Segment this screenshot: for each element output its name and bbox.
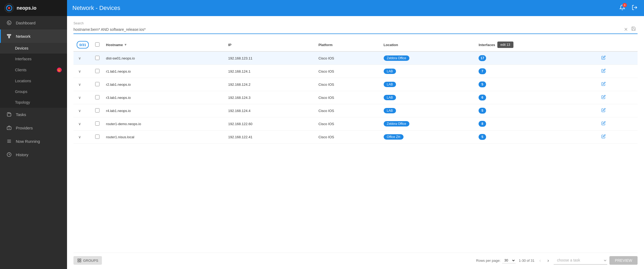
ip-value: 192.168.124.3 — [228, 96, 250, 100]
platform-value: Cisco IOS — [319, 135, 334, 139]
search-save-button[interactable] — [630, 26, 638, 32]
sidebar-item-dashboard[interactable]: Dashboard — [0, 16, 67, 29]
row-checkbox[interactable] — [95, 134, 99, 139]
location-cell: LAB — [380, 65, 476, 78]
sidebar-subitem-topology[interactable]: Topology — [0, 97, 67, 108]
expand-cell: ∨ — [73, 91, 92, 104]
checkbox-cell — [92, 65, 103, 78]
select-all-checkbox[interactable] — [95, 42, 99, 47]
expand-cell: ∨ — [73, 104, 92, 117]
row-checkbox[interactable] — [95, 95, 99, 99]
selection-count-badge[interactable]: 0/31 — [77, 41, 89, 48]
row-expand-button[interactable]: ∨ — [77, 134, 83, 140]
search-label: Search — [73, 21, 638, 25]
search-clear-button[interactable]: ✕ — [622, 27, 630, 32]
sidebar-item-now-running[interactable]: Now Running — [0, 134, 67, 148]
prev-page-button[interactable]: ‹ — [538, 257, 542, 264]
sidebar-subitem-groups[interactable]: Groups — [0, 86, 67, 97]
row-checkbox[interactable] — [95, 56, 99, 60]
row-edit-button[interactable] — [600, 68, 607, 74]
row-edit-button[interactable] — [600, 121, 607, 127]
row-edit-button[interactable] — [600, 94, 607, 101]
row-checkbox[interactable] — [95, 108, 99, 113]
svg-rect-4 — [7, 34, 8, 35]
search-row: ✕ — [73, 26, 638, 34]
row-expand-button[interactable]: ∨ — [77, 108, 83, 113]
row-edit-button[interactable] — [600, 107, 607, 114]
th-expand: 0/31 — [73, 38, 92, 51]
row-checkbox[interactable] — [95, 121, 99, 126]
th-ip[interactable]: IP — [225, 38, 315, 51]
sidebar-subitem-label-devices: Devices — [15, 46, 28, 50]
row-expand-button[interactable]: ∨ — [77, 69, 83, 74]
expand-cell: ∨ — [73, 130, 92, 144]
platform-cell: Cisco IOS — [315, 130, 380, 144]
th-hostname[interactable]: Hostname ▼ — [103, 38, 225, 51]
interfaces-cell: 5 — [475, 104, 597, 117]
hostname-value: dist-sw01.neops.io — [106, 56, 135, 60]
sidebar-item-history[interactable]: History — [0, 148, 67, 161]
groups-button[interactable]: GROUPS — [73, 256, 102, 265]
hostname-value: r1.lab1.neops.io — [106, 69, 131, 73]
th-interfaces-label: Interfaces — [479, 43, 495, 47]
dashboard-icon — [6, 20, 12, 26]
platform-cell: Cisco IOS — [315, 51, 380, 65]
row-expand-button[interactable]: ∨ — [77, 55, 83, 61]
neops-logo-icon — [4, 3, 14, 13]
row-expand-button[interactable]: ∨ — [77, 82, 83, 87]
sidebar-subitem-locations[interactable]: Locations — [0, 76, 67, 86]
logout-button[interactable] — [631, 3, 639, 13]
svg-rect-6 — [10, 34, 11, 35]
action-cell — [597, 51, 638, 65]
history-icon — [6, 152, 12, 158]
ip-value: 192.168.123.11 — [228, 56, 252, 60]
platform-cell: Cisco IOS — [315, 117, 380, 130]
platform-value: Cisco IOS — [319, 83, 334, 87]
topbar: Network - Devices 0 — [67, 0, 644, 16]
sidebar-subitem-clients[interactable]: Clients 🎁 — [0, 64, 67, 76]
table-container: 0/31 Hostname ▼ IP — [73, 38, 638, 253]
th-interfaces[interactable]: Interfaces edit 13 — [475, 38, 597, 51]
sidebar-item-providers[interactable]: Providers — [0, 121, 67, 134]
row-checkbox[interactable] — [95, 82, 99, 86]
row-expand-button[interactable]: ∨ — [77, 95, 83, 100]
sidebar-item-label-dashboard: Dashboard — [16, 21, 35, 25]
checkbox-cell — [92, 104, 103, 117]
th-platform[interactable]: Platform — [315, 38, 380, 51]
platform-value: Cisco IOS — [319, 69, 334, 73]
checkbox-cell — [92, 117, 103, 130]
row-edit-button[interactable] — [600, 55, 607, 61]
th-ip-label: IP — [228, 43, 231, 47]
platform-value: Cisco IOS — [319, 109, 334, 113]
search-input[interactable] — [73, 27, 622, 32]
table-row: ∨ router1.nisus.local 192.168.122.41 Cis… — [73, 130, 638, 144]
sidebar-subitem-devices[interactable]: Devices — [0, 43, 67, 54]
sidebar-item-network[interactable]: Network — [0, 29, 67, 43]
edit-count-button[interactable]: edit 13 — [497, 42, 513, 48]
location-cell: Zebbra Office — [380, 117, 476, 130]
row-expand-button[interactable]: ∨ — [77, 121, 83, 126]
footer-right: Rows per page: 30 50 100 1-30 of 31 ‹ › … — [476, 256, 638, 265]
task-select[interactable]: choose a task Task 1 Task 2 — [554, 256, 607, 265]
table-row: ∨ r1.lab1.neops.io 192.168.124.1 Cisco I… — [73, 65, 638, 78]
providers-icon — [6, 125, 12, 131]
interfaces-cell: 7 — [475, 65, 597, 78]
rows-per-page-select[interactable]: 30 50 100 — [502, 257, 516, 263]
svg-rect-19 — [78, 259, 79, 260]
location-cell: LAB — [380, 104, 476, 117]
row-edit-button[interactable] — [600, 134, 607, 140]
next-page-button[interactable]: › — [546, 257, 550, 264]
sidebar-subitem-label-groups: Groups — [15, 89, 27, 94]
preview-button[interactable]: PREVIEW — [609, 256, 638, 265]
hostname-cell: router1-demo.neops.io — [103, 117, 225, 130]
row-checkbox[interactable] — [95, 69, 99, 73]
th-location[interactable]: Location — [380, 38, 476, 51]
hostname-value: r3.lab1.neops.io — [106, 96, 131, 100]
interfaces-count-badge: 5 — [479, 81, 486, 87]
notifications-button[interactable]: 0 — [618, 3, 626, 13]
sidebar-item-tasks[interactable]: Tasks — [0, 108, 67, 121]
footer-left: GROUPS — [73, 256, 102, 265]
ip-cell: 192.168.124.3 — [225, 91, 315, 104]
row-edit-button[interactable] — [600, 81, 607, 88]
sidebar-subitem-interfaces[interactable]: Interfaces — [0, 54, 67, 64]
